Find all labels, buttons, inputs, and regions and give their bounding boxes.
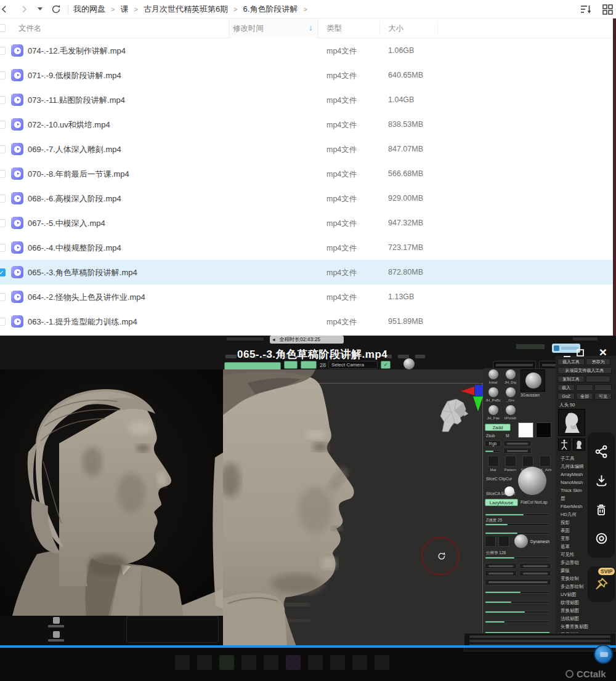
- pin-svip-badge: SVIP: [598, 568, 615, 575]
- shelf-slider: [485, 611, 550, 613]
- file-type: mp4文件: [326, 194, 357, 204]
- maximize-button[interactable]: [575, 348, 585, 358]
- video-file-icon: [11, 94, 23, 106]
- window-outline: [126, 616, 219, 643]
- zbrush-camera-button: [301, 361, 317, 369]
- breadcrumb-separator: >: [134, 6, 137, 13]
- shelf-slider: [485, 621, 550, 623]
- select-all-checkbox[interactable]: [0, 24, 6, 32]
- file-row[interactable]: 074-.-12.毛发制作讲解.mp4 mp4文件 1.06GB: [0, 38, 616, 63]
- tool-panel-button: [594, 384, 612, 391]
- column-header-type[interactable]: 类型: [326, 18, 342, 38]
- breadcrumb-item[interactable]: 古月次世代精英班第6期: [144, 4, 228, 15]
- resolution-label: 分辨率 128: [486, 550, 506, 556]
- row-checkbox[interactable]: [0, 170, 6, 178]
- breadcrumb-separator: >: [303, 6, 307, 13]
- column-header-name[interactable]: 文件名: [18, 18, 42, 38]
- sculpted-head: [223, 369, 408, 647]
- zbrush-section-label: 矢量置换贴图: [556, 623, 616, 631]
- breadcrumb-item[interactable]: 6.角色阶段讲解: [243, 4, 298, 15]
- header-separator: [379, 21, 380, 36]
- recording-duration-overlay: 全程时长02:43:25: [270, 336, 344, 344]
- row-checkbox[interactable]: [0, 121, 6, 129]
- file-row[interactable]: 073-.-11.贴图阶段讲解.mp4 mp4文件 1.04GB: [0, 87, 616, 112]
- alpha-labels: FlatCol NorLap: [521, 500, 548, 504]
- close-button[interactable]: ×: [597, 345, 609, 359]
- row-checkbox[interactable]: [0, 293, 6, 301]
- sort-desc-arrow[interactable]: ↓: [309, 18, 313, 38]
- video-file-icon: [11, 291, 23, 303]
- lazymouse-button: LazyMouse: [485, 499, 518, 506]
- breadcrumb-item[interactable]: 我的网盘: [73, 4, 105, 15]
- row-checkbox[interactable]: [0, 195, 6, 203]
- stroke-thumbnail: SK_Airb: [537, 456, 553, 472]
- row-checkbox[interactable]: [0, 145, 6, 153]
- zbrush-section-label: 法线贴图: [556, 615, 616, 623]
- cctalk-logo-bubble[interactable]: [594, 645, 613, 664]
- zbrush-canvas: [223, 369, 484, 647]
- shelf-slider: [485, 601, 550, 603]
- brush-thumbnail: hPolish: [502, 405, 519, 420]
- row-checkbox[interactable]: [0, 318, 6, 326]
- row-checkbox[interactable]: [0, 47, 6, 55]
- file-size: 847.07MB: [388, 145, 423, 153]
- desktop-strip: [0, 616, 223, 645]
- file-row[interactable]: 071-.-9.低模阶段讲解.mp4 mp4文件 640.65MB: [0, 63, 616, 87]
- video-file-icon: [11, 266, 23, 278]
- file-row[interactable]: 069-.-7.人体深入雕刻.mp4 mp4文件 847.07MB: [0, 137, 616, 161]
- back-icon[interactable]: [0, 2, 11, 16]
- file-row[interactable]: 070-.-8.年前最后一节课.mp4 mp4文件 566.68MB: [0, 161, 616, 186]
- pin-icon: [593, 576, 609, 592]
- record-icon[interactable]: [594, 531, 609, 546]
- row-checkbox[interactable]: ✓: [0, 268, 6, 276]
- forward-icon[interactable]: [17, 2, 31, 16]
- tool-panel-button: 全部: [576, 393, 593, 400]
- row-checkbox[interactable]: [0, 244, 6, 252]
- alpha-sphere: [505, 486, 514, 496]
- app-window: 我的网盘>课>古月次世代精英班第6期>6.角色阶段讲解> 文件名 修改时间 ↓ …: [0, 0, 616, 681]
- brush-thumbnail: JH_PoBc: [485, 387, 501, 402]
- column-header-time[interactable]: 修改时间: [229, 18, 318, 38]
- player-video-title: 065-.-3.角色草稿阶段讲解.mp4: [237, 347, 387, 361]
- breadcrumb-item[interactable]: 课: [120, 4, 128, 15]
- rgb-button: Rgb: [485, 440, 501, 447]
- download-icon[interactable]: [594, 473, 609, 488]
- sort-icon[interactable]: [579, 2, 593, 16]
- shelf-slider-label: Z强度 25: [486, 518, 502, 523]
- shelf-slider: [485, 514, 550, 516]
- file-name: 063-.-1.提升造型能力训练.mp4: [28, 316, 137, 328]
- row-checkbox[interactable]: [0, 71, 6, 79]
- file-row[interactable]: 067-.-5.中模深入.mp4 mp4文件 947.32MB: [0, 211, 616, 235]
- subtool-thumbnail: [573, 438, 585, 451]
- file-row[interactable]: 063-.-1.提升造型能力训练.mp4 mp4文件 951.89MB: [0, 309, 616, 334]
- file-name: 071-.-9.低模阶段讲解.mp4: [28, 70, 121, 81]
- shelf-slider: [485, 532, 550, 534]
- file-row[interactable]: ✓ 065-.-3.角色草稿阶段讲解.mp4 mp4文件 872.80MB: [0, 260, 616, 284]
- column-header-size[interactable]: 大小: [388, 18, 403, 38]
- file-name: 065-.-3.角色草稿阶段讲解.mp4: [28, 267, 137, 278]
- row-checkbox[interactable]: [0, 96, 6, 104]
- breadcrumb: 我的网盘>课>古月次世代精英班第6期>6.角色阶段讲解>: [73, 4, 307, 15]
- refresh-icon[interactable]: [49, 2, 63, 16]
- file-row[interactable]: 064-.-2.怪物头上色及讲作业.mp4 mp4文件 1.13GB: [0, 284, 616, 309]
- file-row[interactable]: 066-.-4.中模规整阶段.mp4 mp4文件 723.17MB: [0, 235, 616, 260]
- file-size: 951.89MB: [388, 317, 423, 326]
- delete-icon[interactable]: [594, 503, 608, 517]
- video-file-icon: [11, 143, 23, 155]
- file-type: mp4文件: [326, 169, 357, 180]
- video-file-icon: [11, 241, 23, 254]
- file-name: 074-.-12.毛发制作讲解.mp4: [28, 46, 126, 57]
- history-dropdown-icon[interactable]: [33, 2, 47, 16]
- zbrush-section-label: 置换贴图: [556, 606, 616, 615]
- minimize-button[interactable]: [562, 349, 572, 359]
- grid-view-icon[interactable]: [601, 2, 615, 16]
- file-type: mp4文件: [326, 292, 357, 303]
- browser-toolbar: 我的网盘>课>古月次世代精英班第6期>6.角色阶段讲解>: [0, 0, 616, 18]
- file-row[interactable]: 068-.-6.高模深入阶段.mp4 mp4文件 929.00MB: [0, 186, 616, 211]
- share-icon[interactable]: [594, 445, 609, 459]
- file-row[interactable]: 072-.-10.uv和烘培.mp4 mp4文件 838.53MB: [0, 112, 616, 137]
- desktop-icon: [47, 631, 65, 642]
- toolbar-divider: [68, 4, 68, 14]
- row-checkbox[interactable]: [0, 219, 6, 227]
- gizmo-thumbnail: [558, 438, 570, 451]
